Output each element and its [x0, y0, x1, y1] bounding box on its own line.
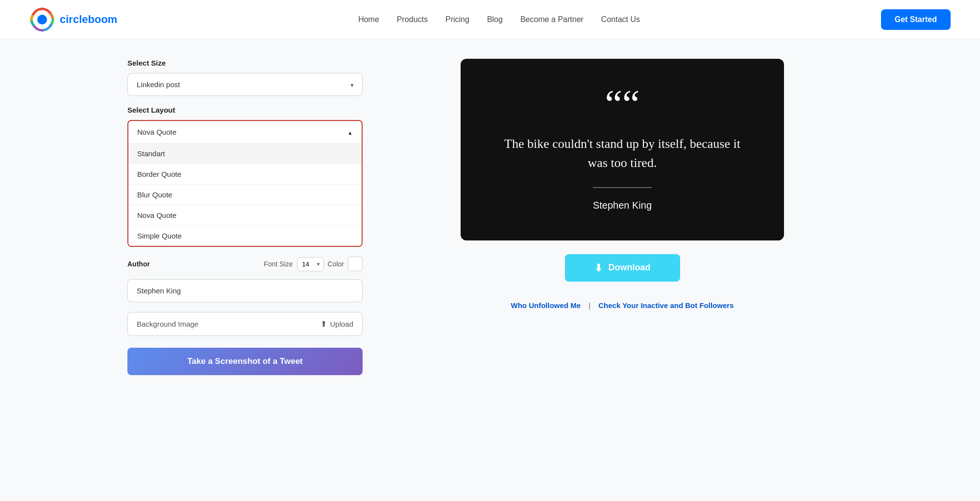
nav-products[interactable]: Products	[397, 15, 428, 24]
header: circleboom Home Products Pricing Blog Be…	[0, 0, 980, 39]
footer-link-unfollowed[interactable]: Who Unfollowed Me	[511, 301, 581, 310]
download-icon: ⬇	[594, 262, 603, 274]
layout-option-border-quote[interactable]: Border Quote	[128, 164, 362, 185]
layout-section: Select Layout Nova Quote Standart Border…	[127, 106, 363, 247]
select-size-label: Select Size	[127, 59, 363, 67]
footer-links: Who Unfollowed Me | Check Your Inactive …	[511, 301, 734, 310]
quote-divider	[593, 187, 652, 188]
select-layout-label: Select Layout	[127, 106, 363, 114]
layout-option-blur-quote[interactable]: Blur Quote	[128, 185, 362, 205]
quote-author: Stephen King	[500, 200, 745, 211]
nav-pricing[interactable]: Pricing	[445, 15, 469, 24]
layout-options-list: Standart Border Quote Blur Quote Nova Qu…	[128, 143, 362, 246]
nav-become-partner[interactable]: Become a Partner	[520, 15, 584, 24]
quote-text: The bike couldn't stand up by itself, be…	[500, 134, 745, 172]
font-size-select-wrapper: 14 16 18 20 ▼	[297, 257, 324, 271]
layout-selected-row[interactable]: Nova Quote	[128, 121, 362, 143]
layout-dropdown[interactable]: Nova Quote Standart Border Quote Blur Qu…	[127, 120, 363, 247]
logo-icon	[29, 7, 55, 32]
background-image-row[interactable]: Background Image ⬆ Upload	[127, 312, 363, 336]
color-label: Color	[328, 260, 344, 268]
upload-label: Upload	[330, 320, 353, 328]
nav-blog[interactable]: Blog	[487, 15, 503, 24]
logo-text: circleboom	[60, 13, 117, 26]
svg-point-0	[37, 15, 47, 24]
left-panel: Select Size Linkedin post Twitter post I…	[127, 59, 363, 375]
quote-card: ““ The bike couldn't stand up by itself,…	[461, 59, 784, 240]
nav-home[interactable]: Home	[358, 15, 379, 24]
logo[interactable]: circleboom	[29, 7, 117, 32]
layout-option-standart[interactable]: Standart	[128, 143, 362, 164]
download-button[interactable]: ⬇ Download	[565, 254, 680, 282]
author-row: Author Font Size 14 16 18 20 ▼ Color	[127, 257, 363, 271]
author-label: Author	[127, 260, 258, 268]
footer-separator: |	[588, 301, 590, 310]
background-image-label: Background Image	[137, 320, 198, 328]
layout-option-simple-quote[interactable]: Simple Quote	[128, 226, 362, 246]
main-nav: Home Products Pricing Blog Become a Part…	[358, 15, 640, 24]
color-picker[interactable]	[348, 257, 363, 271]
font-size-select[interactable]: 14 16 18 20	[297, 257, 324, 271]
upload-button[interactable]: ⬆ Upload	[320, 319, 353, 329]
layout-option-nova-quote[interactable]: Nova Quote	[128, 205, 362, 226]
download-label: Download	[609, 262, 651, 273]
author-input[interactable]	[127, 279, 363, 302]
layout-selected-value: Nova Quote	[137, 128, 176, 136]
screenshot-button[interactable]: Take a Screenshot of a Tweet	[127, 348, 363, 375]
right-panel: ““ The bike couldn't stand up by itself,…	[392, 59, 853, 375]
nav-contact-us[interactable]: Contact Us	[601, 15, 640, 24]
main-content: Select Size Linkedin post Twitter post I…	[98, 39, 882, 395]
author-input-wrapper	[127, 279, 363, 302]
quote-marks: ““	[500, 88, 745, 119]
upload-icon: ⬆	[320, 319, 327, 329]
size-select-wrapper: Linkedin post Twitter post Instagram pos…	[127, 73, 363, 96]
get-started-button[interactable]: Get Started	[881, 9, 951, 30]
layout-chevron-up-icon	[347, 128, 353, 136]
size-select[interactable]: Linkedin post Twitter post Instagram pos…	[127, 73, 363, 96]
font-size-label: Font Size	[264, 260, 293, 268]
footer-link-inactive[interactable]: Check Your Inactive and Bot Followers	[598, 301, 734, 310]
